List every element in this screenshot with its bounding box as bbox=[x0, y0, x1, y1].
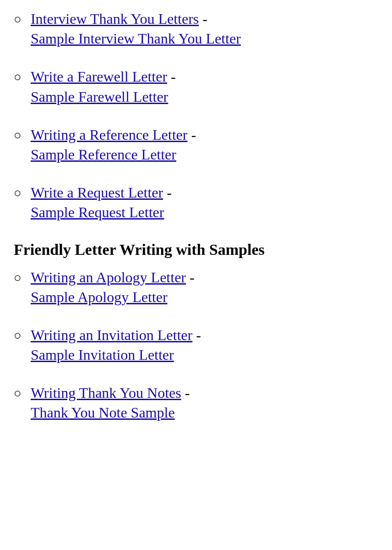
list-item: ○ Writing an Apology Letter - Sample Apo… bbox=[14, 268, 378, 307]
bullet-icon: ○ bbox=[14, 11, 22, 28]
list-item: ○ Writing a Reference Letter - Sample Re… bbox=[14, 125, 378, 165]
separator: - bbox=[190, 269, 195, 286]
item-content: Interview Thank You Letters - Sample Int… bbox=[31, 9, 378, 49]
friendly-letter-section: Friendly Letter Writing with Samples ○ W… bbox=[14, 241, 378, 423]
bullet-icon: ○ bbox=[14, 270, 22, 286]
separator: - bbox=[167, 184, 172, 201]
bullet-icon: ○ bbox=[14, 185, 22, 201]
sample-interview-thank-you-letter-link[interactable]: Sample Interview Thank You Letter bbox=[31, 30, 241, 47]
sample-reference-letter-link[interactable]: Sample Reference Letter bbox=[31, 146, 176, 163]
primary-line: Write a Farewell Letter - bbox=[31, 67, 378, 87]
secondary-line: Sample Invitation Letter bbox=[31, 345, 378, 365]
item-content: Writing an Apology Letter - Sample Apolo… bbox=[31, 268, 378, 307]
writing-reference-letter-link[interactable]: Writing a Reference Letter bbox=[31, 126, 188, 143]
item-content: Writing Thank You Notes - Thank You Note… bbox=[31, 383, 378, 423]
separator: - bbox=[171, 68, 176, 85]
secondary-line: Sample Reference Letter bbox=[31, 145, 378, 165]
secondary-line: Sample Apology Letter bbox=[31, 287, 378, 307]
writing-invitation-letter-link[interactable]: Writing an Invitation Letter bbox=[31, 327, 192, 343]
write-request-letter-link[interactable]: Write a Request Letter bbox=[31, 184, 163, 201]
writing-thank-you-notes-link[interactable]: Writing Thank You Notes bbox=[31, 385, 181, 401]
item-content: Writing a Reference Letter - Sample Refe… bbox=[31, 125, 378, 165]
bullet-icon: ○ bbox=[14, 127, 22, 143]
item-content: Write a Request Letter - Sample Request … bbox=[31, 183, 378, 222]
separator: - bbox=[191, 126, 196, 143]
write-farewell-letter-link[interactable]: Write a Farewell Letter bbox=[31, 68, 167, 85]
sample-farewell-letter-link[interactable]: Sample Farewell Letter bbox=[31, 88, 168, 105]
secondary-line: Thank You Note Sample bbox=[31, 403, 378, 423]
secondary-line: Sample Farewell Letter bbox=[31, 87, 378, 107]
bullet-icon: ○ bbox=[14, 327, 22, 344]
main-list: ○ Interview Thank You Letters - Sample I… bbox=[14, 9, 378, 223]
friendly-list: ○ Writing an Apology Letter - Sample Apo… bbox=[14, 268, 378, 423]
section-heading: Friendly Letter Writing with Samples bbox=[14, 241, 378, 258]
primary-line: Writing Thank You Notes - bbox=[31, 383, 378, 403]
separator: - bbox=[202, 11, 207, 27]
interview-thank-you-letters-link[interactable]: Interview Thank You Letters bbox=[31, 11, 199, 27]
primary-line: Writing an Invitation Letter - bbox=[31, 325, 378, 345]
list-item: ○ Interview Thank You Letters - Sample I… bbox=[14, 9, 378, 49]
bullet-icon: ○ bbox=[14, 385, 22, 402]
separator: - bbox=[196, 327, 201, 343]
writing-apology-letter-link[interactable]: Writing an Apology Letter bbox=[31, 269, 186, 286]
separator: - bbox=[185, 385, 190, 401]
primary-line: Writing an Apology Letter - bbox=[31, 268, 378, 287]
primary-line: Writing a Reference Letter - bbox=[31, 125, 378, 145]
primary-line: Write a Request Letter - bbox=[31, 183, 378, 203]
list-item: ○ Write a Request Letter - Sample Reques… bbox=[14, 183, 378, 222]
list-item: ○ Writing an Invitation Letter - Sample … bbox=[14, 325, 378, 365]
item-content: Writing an Invitation Letter - Sample In… bbox=[31, 325, 378, 365]
sample-request-letter-link[interactable]: Sample Request Letter bbox=[31, 204, 164, 220]
secondary-line: Sample Request Letter bbox=[31, 203, 378, 222]
sample-invitation-letter-link[interactable]: Sample Invitation Letter bbox=[31, 346, 174, 363]
thank-you-note-sample-link[interactable]: Thank You Note Sample bbox=[31, 404, 175, 421]
list-item: ○ Writing Thank You Notes - Thank You No… bbox=[14, 383, 378, 423]
bullet-icon: ○ bbox=[14, 69, 22, 85]
list-item: ○ Write a Farewell Letter - Sample Farew… bbox=[14, 67, 378, 106]
primary-line: Interview Thank You Letters - bbox=[31, 9, 378, 29]
item-content: Write a Farewell Letter - Sample Farewel… bbox=[31, 67, 378, 106]
sample-apology-letter-link[interactable]: Sample Apology Letter bbox=[31, 289, 168, 305]
secondary-line: Sample Interview Thank You Letter bbox=[31, 29, 378, 49]
